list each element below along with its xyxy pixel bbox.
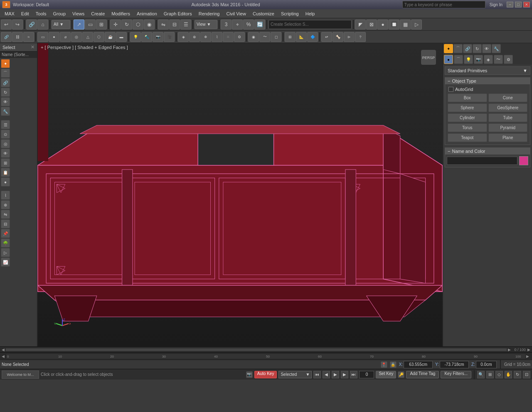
name-sorted-dropdown[interactable]: Name (Sorte...: [0, 52, 37, 58]
zoom-all-btn[interactable]: ⊞: [486, 371, 494, 378]
subtab-geometry[interactable]: ●: [444, 55, 453, 64]
next-frame-btn[interactable]: ▶: [341, 371, 348, 378]
redo-btn[interactable]: ↪: [12, 20, 23, 29]
scroll-right2-icon[interactable]: ▶: [527, 348, 530, 352]
search-input[interactable]: [402, 1, 485, 8]
layer-mgr-btn[interactable]: ☰: [180, 20, 191, 29]
select-by-name-icon[interactable]: ☰: [1, 120, 10, 129]
maximize-viewport-btn[interactable]: ⊡: [523, 371, 530, 378]
hierarchy-panel-icon[interactable]: 🔗: [1, 78, 10, 87]
current-frame-input[interactable]: [359, 371, 374, 378]
motion-panel-icon[interactable]: ↻: [1, 88, 10, 97]
align-btn[interactable]: ⊟: [169, 20, 180, 29]
ik-solver-btn[interactable]: ⊳: [344, 32, 355, 42]
select-btn[interactable]: ↗: [74, 20, 84, 29]
subtab-helpers[interactable]: ◈: [484, 55, 493, 64]
obj-type-cone[interactable]: Cone: [488, 93, 528, 102]
snap-toggle-btn[interactable]: 3: [221, 20, 232, 29]
named-selection-input[interactable]: [268, 20, 352, 29]
menu-max[interactable]: MAX: [2, 10, 17, 17]
undo-btn[interactable]: ↩: [1, 20, 12, 29]
systems-btn[interactable]: ⚙: [234, 32, 245, 42]
set-key-lock-icon[interactable]: 🔑: [398, 371, 404, 378]
utilities-panel-icon[interactable]: 🔧: [1, 107, 10, 116]
ruler-track[interactable]: 0 10 20 30 40 50 60 70 80 90 100: [6, 353, 526, 359]
force-btn[interactable]: ◈: [178, 32, 189, 42]
create-panel-icon[interactable]: ✦: [1, 59, 10, 68]
isolate-icon[interactable]: ◎: [1, 139, 10, 148]
parray-btn[interactable]: ⊕: [189, 32, 200, 42]
snap-percent-btn[interactable]: %: [243, 20, 254, 29]
create-box-btn[interactable]: ▭: [37, 32, 48, 42]
bone-btn[interactable]: 🦴: [332, 32, 343, 42]
goto-start-btn[interactable]: ⏮: [313, 371, 321, 378]
orbit-btn[interactable]: ↻: [514, 371, 521, 378]
subtab-shapes[interactable]: ⌒: [454, 55, 463, 64]
menu-animation[interactable]: Animation: [134, 10, 160, 17]
color-swatch[interactable]: [519, 156, 528, 165]
category-dropdown[interactable]: Standard Primitives ▼: [445, 66, 530, 75]
select-move-btn[interactable]: ✛: [110, 20, 121, 29]
scroll-right-icon[interactable]: ▶: [508, 348, 511, 352]
app-logo-btn[interactable]: 3: [2, 1, 10, 8]
select-rotate-btn[interactable]: ↻: [121, 20, 132, 29]
geo-sphere2-btn[interactable]: ◉: [248, 32, 259, 42]
modify-panel-icon[interactable]: ⌒: [1, 69, 10, 78]
anim-mode-dropdown[interactable]: Selected ▼: [278, 371, 312, 378]
object-name-input[interactable]: [447, 157, 517, 165]
autogrid-checkbox[interactable]: [448, 87, 453, 92]
nurbs-btn[interactable]: 〜: [259, 32, 270, 42]
obj-type-teapot[interactable]: Teapot: [448, 133, 487, 142]
z-coord-input[interactable]: [476, 361, 497, 368]
align-icon2[interactable]: ⊟: [1, 219, 10, 228]
tab-hierarchy[interactable]: 🔗: [463, 44, 472, 53]
layer-manager-icon[interactable]: 📋: [1, 168, 10, 177]
create-cone-btn[interactable]: △: [82, 32, 93, 42]
target-light-btn[interactable]: 🔦: [141, 32, 152, 42]
select-filter-dropdown[interactable]: All ▼: [52, 20, 70, 29]
subtab-cameras[interactable]: 📷: [474, 55, 483, 64]
hair-btn[interactable]: ⌇: [212, 32, 222, 42]
menu-group[interactable]: Group: [50, 10, 69, 17]
tab-display[interactable]: 👁: [482, 44, 491, 53]
tab-utilities[interactable]: 🔧: [492, 44, 501, 53]
bind-space-warp-btn[interactable]: ≈: [23, 32, 34, 42]
display-floater-icon[interactable]: ⊞: [1, 158, 10, 167]
menu-scripting[interactable]: Scripting: [278, 10, 302, 17]
loft-btn[interactable]: ◻: [271, 32, 281, 42]
obj-type-sphere[interactable]: Sphere: [448, 103, 487, 112]
menu-graph-editors[interactable]: Graph Editors: [161, 10, 195, 17]
render-last-btn[interactable]: ▷: [411, 20, 422, 29]
select-link-btn[interactable]: 🔗: [1, 32, 12, 42]
obj-type-box[interactable]: Box: [448, 93, 487, 102]
grid-helper-btn[interactable]: ⊞: [285, 32, 296, 42]
render-frame-btn[interactable]: ▦: [400, 20, 411, 29]
play-btn[interactable]: ▶: [332, 371, 339, 378]
camera-target-btn[interactable]: 🎥: [164, 32, 175, 42]
scene-xplorer-icon[interactable]: 🌳: [1, 238, 10, 248]
screen-capture-icon[interactable]: 📷: [246, 371, 253, 378]
key-filters-btn[interactable]: Key Filters...: [441, 371, 471, 378]
display-panel-icon[interactable]: 👁: [1, 97, 10, 106]
workspace-dropdown[interactable]: Workspace: Default: [13, 2, 49, 7]
object-type-header[interactable]: − Object Type: [445, 78, 530, 84]
menu-views[interactable]: Views: [69, 10, 87, 17]
mirror-btn[interactable]: ⇋: [158, 20, 169, 29]
measure-btn[interactable]: 📐: [296, 32, 307, 42]
material-editor-icon[interactable]: ●: [1, 177, 10, 186]
obj-type-pyramid[interactable]: Pyramid: [488, 123, 528, 132]
scroll-track[interactable]: [5, 348, 507, 351]
obj-type-geosphere[interactable]: GeoSphere: [488, 103, 528, 112]
unlink-btn[interactable]: ⛓: [12, 32, 23, 42]
mirror-icon2[interactable]: ⇋: [1, 210, 10, 219]
goto-end-btn[interactable]: ⏭: [350, 371, 357, 378]
view-dropdown[interactable]: View ▼: [195, 20, 217, 29]
array-icon[interactable]: ⊕: [1, 200, 10, 209]
scatter-btn[interactable]: ⁙: [223, 32, 234, 42]
selection-filter-icon[interactable]: ⊙: [1, 130, 10, 139]
select-scale-btn[interactable]: ⬡: [133, 20, 143, 29]
create-plane-btn[interactable]: ▬: [116, 32, 127, 42]
x-coord-input[interactable]: [404, 361, 433, 368]
camera-free-btn[interactable]: 📷: [153, 32, 163, 42]
snowflake-btn[interactable]: ❄: [200, 32, 211, 42]
